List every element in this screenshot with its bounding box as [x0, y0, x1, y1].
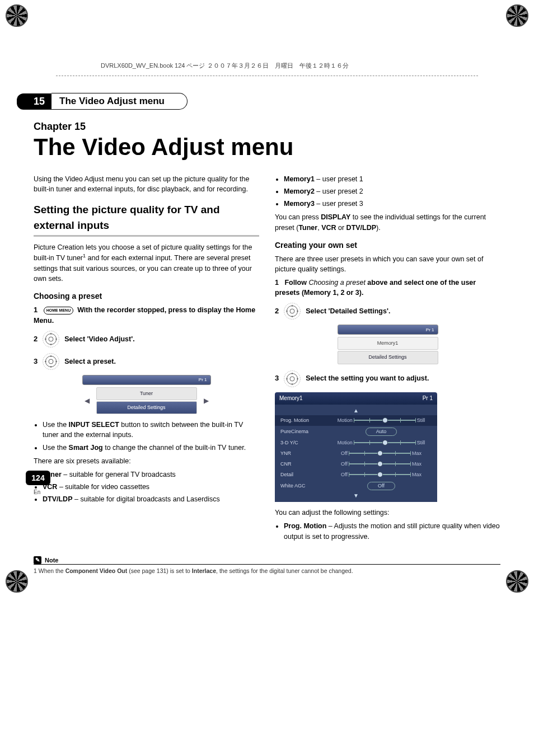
note-icon: ✎: [34, 556, 41, 564]
create-step-2-text: Select 'Detailed Settings'.: [306, 306, 500, 316]
display-hint: You can press DISPLAY to see the individ…: [275, 212, 500, 232]
panel-row-3-d-y-c: 3-D Y/CMotion Still: [275, 438, 437, 448]
page-number-badge: 124: [26, 471, 50, 485]
panel-row-white-agc: White AGCOff: [275, 480, 437, 492]
right-arrow-icon: ▶: [202, 396, 211, 406]
panel-row-label: White AGC: [280, 482, 331, 490]
hint-smart-jog: Use the Smart Jog to change the channel …: [43, 443, 259, 453]
heading-choosing-preset: Choosing a preset: [34, 290, 259, 302]
panel-row-value: Auto: [331, 428, 432, 436]
panel-row-label: 3-D Y/C: [280, 439, 331, 447]
panel-down-arrow-icon: ▼: [275, 492, 437, 500]
nav-pad-icon: [42, 330, 60, 348]
step-2-text: Select 'Video Adjust'.: [64, 334, 259, 344]
page-language-label: En: [34, 489, 40, 495]
preset-dtv-ldp: DTV/LDP – suitable for digital broadcast…: [43, 494, 259, 504]
preset-tuner: Tuner – suitable for general TV broadcas…: [43, 469, 259, 480]
ui-header-bar: Pr 1: [82, 375, 211, 385]
svg-point-11: [290, 377, 294, 381]
nav-pad-icon: [42, 353, 60, 370]
preset-list-right: Memory1 – user preset 1 Memory2 – user p…: [275, 174, 500, 209]
ui-item-memory1: Memory1: [338, 337, 438, 350]
note-label: Note: [45, 557, 58, 564]
svg-point-1: [46, 334, 57, 345]
panel-row-purecinema: PureCinemaAuto: [275, 426, 437, 438]
section-number-badge: 15: [17, 93, 51, 110]
preset-memory3: Memory3 – user preset 3: [284, 199, 500, 209]
svg-point-4: [46, 356, 57, 367]
six-presets-text: There are six presets available:: [34, 456, 259, 466]
panel-up-arrow-icon: ▲: [275, 407, 437, 415]
detailed-settings-ui-preview: Pr 1 Memory1 Detailed Settings: [338, 325, 438, 364]
step-3: 3 Select a preset.: [34, 353, 259, 370]
panel-row-value: Off Max: [331, 471, 432, 478]
note-header: ✎ Note: [34, 556, 500, 565]
doc-header-line: DVRLX60D_WV_EN.book 124 ページ ２００７年３月２６日 月…: [101, 62, 500, 70]
left-arrow-icon: ◀: [82, 396, 92, 406]
left-column: Using the Video Adjust menu you can set …: [34, 171, 259, 545]
adjust-prog-motion: Prog. Motion – Adjusts the motion and st…: [284, 521, 500, 541]
panel-row-value: Off: [331, 482, 432, 490]
panel-row-ynr: YNROff Max: [275, 448, 437, 459]
panel-row-value: Motion Still: [331, 439, 432, 447]
input-select-hints: Use the INPUT SELECT button to switch be…: [34, 420, 259, 452]
adjust-list: Prog. Motion – Adjusts the motion and st…: [275, 521, 500, 541]
picture-creation-paragraph: Picture Creation lets you choose a set o…: [34, 242, 259, 284]
panel-row-value: Off Max: [331, 450, 432, 457]
footnote-1: 1 When the Component Video Out (see page…: [34, 567, 500, 575]
settings-panel: Memory1 Pr 1 ▲ Prog. MotionMotion StillP…: [275, 392, 437, 503]
intro-paragraph: Using the Video Adjust menu you can set …: [34, 174, 259, 194]
panel-row-label: Prog. Motion: [280, 417, 331, 424]
preset-ui-preview: Pr 1 ◀ Tuner Detailed Settings ▶: [82, 375, 211, 414]
ui-item-detailed-settings-2: Detailed Settings: [338, 351, 438, 364]
heading-creating-own-set: Creating your own set: [275, 240, 500, 251]
svg-point-10: [287, 373, 298, 384]
heading-setting-picture-quality: Setting the picture quality for TV and e…: [34, 202, 259, 237]
header-divider: [56, 76, 478, 76]
panel-row-value: Off Max: [331, 461, 432, 468]
step-1: 1 HOME MENU With the recorder stopped, p…: [34, 305, 259, 326]
panel-row-value: Motion Still: [331, 417, 432, 424]
svg-point-5: [49, 359, 53, 364]
creating-own-set-paragraph: There are three user presets in which yo…: [275, 254, 500, 274]
page-title: The Video Adjust menu: [34, 134, 500, 161]
panel-row-label: Detail: [280, 471, 331, 478]
svg-point-2: [49, 337, 53, 341]
step-3-text: Select a preset.: [64, 356, 259, 367]
right-column: Memory1 – user preset 1 Memory2 – user p…: [275, 171, 500, 545]
preset-memory2: Memory2 – user preset 2: [284, 186, 500, 196]
section-title: The Video Adjust menu: [51, 93, 188, 110]
nav-pad-icon: [283, 302, 301, 320]
chapter-label: Chapter 15: [34, 121, 500, 133]
panel-row-label: CNR: [280, 461, 331, 468]
panel-row-label: PureCinema: [280, 428, 331, 435]
panel-row-prog-motion: Prog. MotionMotion Still: [275, 415, 437, 426]
preset-list-left: Tuner – suitable for general TV broadcas…: [34, 469, 259, 504]
create-step-1: 1 Follow Choosing a preset above and sel…: [275, 278, 500, 298]
svg-point-8: [290, 309, 294, 313]
hint-input-select: Use the INPUT SELECT button to switch be…: [43, 420, 259, 440]
step-2: 2 Select 'Video Adjust'.: [34, 330, 259, 348]
section-header: 15 The Video Adjust menu: [34, 93, 500, 110]
panel-row-detail: DetailOff Max: [275, 469, 437, 480]
home-menu-button-icon: HOME MENU: [44, 307, 74, 314]
ui-header-bar-2: Pr 1: [338, 325, 438, 335]
svg-point-7: [287, 306, 298, 317]
panel-title: Memory1: [279, 395, 303, 403]
panel-badge: Pr 1: [423, 395, 433, 403]
adjust-intro: You can adjust the following settings:: [275, 508, 500, 518]
panel-row-label: YNR: [280, 450, 331, 457]
create-step-3: 3 Select the setting you want to adjust.: [275, 370, 500, 388]
create-step-2: 2 Select 'Detailed Settings'.: [275, 302, 500, 320]
ui-item-detailed-settings: Detailed Settings: [96, 401, 197, 414]
preset-memory1: Memory1 – user preset 1: [284, 174, 500, 184]
ui-item-tuner: Tuner: [96, 387, 197, 400]
preset-vcr: VCR – suitable for video cassettes: [43, 482, 259, 492]
panel-row-cnr: CNROff Max: [275, 459, 437, 469]
nav-pad-icon: [283, 370, 301, 388]
create-step-3-text: Select the setting you want to adjust.: [306, 373, 500, 383]
